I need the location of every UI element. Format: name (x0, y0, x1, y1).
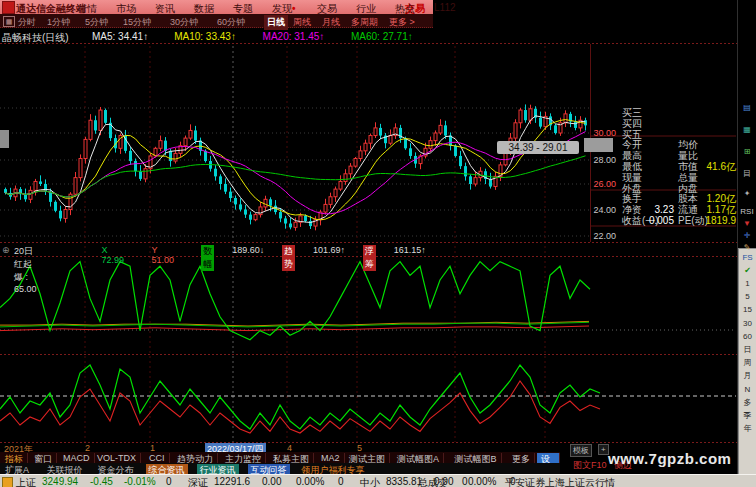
price-axis-label: 26.00 (590, 180, 616, 189)
status-bar: 总成交 0 平安证券上海上证云行情 上证3249.94-0.45-0.01%0深… (0, 474, 756, 487)
indicator-settings-icon[interactable]: ⊕ (2, 245, 10, 255)
tab-CCI[interactable]: CCI (145, 453, 170, 463)
ma-value-2: MA20: 31.45↑ (263, 31, 325, 42)
watermark: www.7gpzb.com (608, 450, 731, 467)
quote-value: 41.6亿 (694, 162, 736, 172)
period-shortcut-年[interactable]: 年 (739, 422, 756, 435)
info-tab-bar: 扩展A关联报价资金分布综合资讯行业资讯互动问答领用户福利专享 (0, 463, 560, 474)
quote-value: 3.23 (640, 205, 674, 215)
tab-MACD[interactable]: MACD (59, 453, 95, 463)
stock-title[interactable]: 晶畅科技(日线) (2, 31, 69, 45)
tab-VOL-TDX[interactable]: VOL-TDX (93, 453, 141, 463)
indicator-token-2: Y 51.00 (151, 245, 174, 265)
index-value: 12291.6 (214, 476, 250, 487)
favorite-icon[interactable]: ✦ (738, 186, 756, 201)
quote-label: 现量 (622, 173, 642, 183)
period-shortcut-N[interactable]: N (739, 383, 756, 396)
bid-row-买三: 买三 (622, 108, 642, 118)
quote-label: 总量 (678, 173, 698, 183)
indicator-tab-bar: 指标窗口MACDVOL-TDXCCI趋势动力主力监控私募主图MA2测试主图测试幅… (0, 452, 560, 463)
period-shortcut-1[interactable]: 1 (739, 277, 756, 290)
total-volume-value: 0 (462, 476, 468, 487)
period-bar: ▦ 分时1分钟5分钟15分钟30分钟60分钟日线周线月线多周期更多 > (0, 14, 433, 28)
indicator-token-8: 161.15↑ (394, 245, 426, 255)
f10-link[interactable]: 图文F10 (573, 459, 607, 472)
cursor-price-tag (584, 138, 613, 152)
quote-label: 今开 (622, 140, 642, 150)
menu-item-L112[interactable]: L112 (434, 2, 456, 13)
quote-value: 1819.9 (694, 216, 736, 226)
right-toolbar: FS✔15153060日周月N多季年 ▤▦⊞目✦RSI▼✛✎ (738, 46, 756, 487)
index-volume: 0 (338, 476, 344, 487)
indicator-token-1: X 72.99 (102, 245, 125, 265)
index-value: 3249.94 (42, 476, 78, 487)
ma-value-0: MA5: 34.41↑ (92, 31, 148, 42)
index-change: -0.45 (90, 476, 113, 487)
tdx-terminal-window: 通达信金融终端 交易 行情市场资讯数据专题发现•交易行业热点L112 ▦ 分时1… (0, 0, 756, 487)
multi-chart-icon[interactable]: ⊞ (738, 144, 756, 159)
index-label-上证[interactable]: 上证 (16, 476, 36, 487)
window-layout-icon[interactable]: ▦ (3, 16, 15, 27)
period-shortcut-60[interactable]: 60 (739, 330, 756, 343)
index-volume: 0 (510, 476, 516, 487)
index-change: 0.00 (262, 476, 281, 487)
broker-info: 平安证券上海上证云行情 (505, 476, 615, 487)
period-shortcut-5[interactable]: 5 (739, 290, 756, 303)
watchlist-icon[interactable]: 目 (738, 166, 756, 181)
template-button[interactable]: 模板 (570, 444, 592, 457)
quote-value: 1.20亿 (694, 194, 736, 204)
quote-label: 均价 (678, 140, 698, 150)
quote-label: 最高 (622, 151, 642, 161)
period-shortcut-30[interactable]: 30 (739, 317, 756, 330)
tab-MA2[interactable]: MA2 (317, 453, 345, 463)
status-folder-icon[interactable] (2, 477, 13, 487)
period-shortcut-日[interactable]: 日 (739, 343, 756, 356)
price-axis-label: 30.00 (590, 129, 616, 138)
index-percent: 0.00% (296, 476, 324, 487)
indicator-token-6: 101.69↑ (313, 245, 345, 255)
indicator-token-5: 趋势 (282, 245, 295, 271)
chart-canvas (0, 0, 756, 487)
index-volume: 0 (166, 476, 172, 487)
indicator-token-3: 数幅 (201, 245, 214, 271)
quote-value: 1.17亿 (694, 205, 736, 215)
quote-label: 最低 (622, 162, 642, 172)
index-value: 8335.81 (386, 476, 422, 487)
confirm-icon[interactable]: ✔ (739, 264, 756, 277)
price-axis-label: 28.00 (590, 156, 616, 165)
ma-value-1: MA10: 33.43↑ (174, 31, 236, 42)
draw-icon[interactable]: ✎ (738, 240, 756, 255)
index-change: 0.00 (434, 476, 453, 487)
period-shortcut-周[interactable]: 周 (739, 356, 756, 369)
index-label-中小[interactable]: 中小 (360, 476, 380, 487)
quote-label: 净资 (622, 205, 642, 215)
indicator-token-7: 浮筹 (363, 245, 376, 271)
bid-row-买四: 买四 (622, 119, 642, 129)
ma-value-3: MA60: 27.71↑ (351, 31, 413, 42)
menu-bar: 通达信金融终端 交易 行情市场资讯数据专题发现•交易行业热点L112 (0, 0, 433, 14)
price-axis-label: 24.00 (590, 206, 616, 215)
quote-label: 量比 (678, 151, 698, 161)
period-shortcut-15[interactable]: 15 (739, 303, 756, 316)
indicator-token-4: 189.60↓ (232, 245, 264, 255)
price-range-tooltip: 34.39 - 29.01 (497, 141, 579, 154)
period-strip: FS✔15153060日周月N多季年 (738, 248, 756, 487)
indicator-token-0: 20日红起爆 : 65.00 (14, 245, 37, 294)
index-percent: 0.00% (468, 476, 496, 487)
period-shortcut-多[interactable]: 多 (739, 396, 756, 409)
left-edge-marker (0, 130, 9, 148)
period-shortcut-季[interactable]: 季 (739, 409, 756, 422)
new-dot: • (292, 3, 296, 14)
app-logo-icon (2, 1, 15, 14)
price-axis-label: 22.00 (590, 232, 616, 241)
layout-icon[interactable]: ▤ (738, 100, 756, 115)
quote-label: 换手 (622, 194, 642, 204)
index-label-深证[interactable]: 深证 (188, 476, 208, 487)
period-shortcut-月[interactable]: 月 (739, 369, 756, 382)
index-percent: -0.01% (124, 476, 156, 487)
quote-value: 0.005 (640, 216, 674, 226)
chart-header: 晶畅科技(日线) MA5: 34.41↑MA10: 33.43↑MA20: 31… (0, 28, 756, 44)
grid-icon[interactable]: ▦ (738, 122, 756, 137)
